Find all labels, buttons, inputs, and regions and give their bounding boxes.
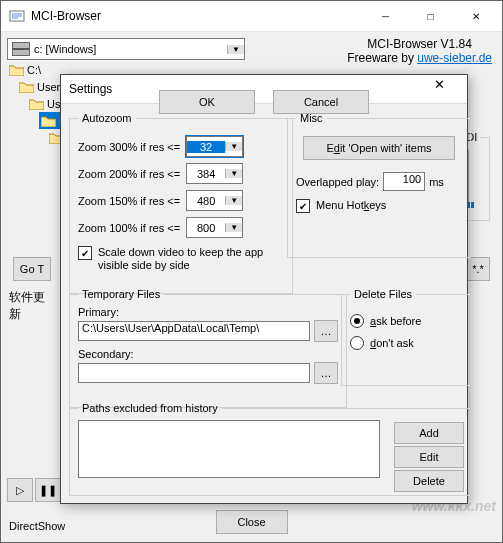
go-to-button[interactable]: Go T	[13, 257, 51, 281]
paths-edit-button[interactable]: Edit	[394, 446, 464, 468]
overlap-label: Overlapped play:	[296, 176, 379, 188]
browse-secondary-button[interactable]: …	[314, 362, 338, 384]
tree-item-root[interactable]: C:\	[27, 64, 41, 76]
scale-down-checkbox[interactable]: ✔Scale down video to keep the app visibl…	[78, 246, 284, 272]
main-titlebar: MCI-Browser ─ □ ✕	[1, 1, 502, 32]
delete-files-group: Delete Files ask before don't ask	[341, 288, 471, 386]
chevron-down-icon[interactable]: ▼	[225, 196, 242, 205]
dont-ask-radio[interactable]: don't ask	[350, 336, 462, 350]
zoom150-combo[interactable]: 480▼	[186, 190, 243, 211]
hotkeys-label: Menu Hotkeys	[316, 199, 386, 212]
primary-label: Primary:	[78, 306, 338, 318]
folder-icon	[29, 98, 44, 110]
app-info: MCI-Browser V1.84 Freeware by uwe-sieber…	[347, 37, 492, 65]
window-title: MCI-Browser	[31, 9, 363, 23]
chevron-down-icon[interactable]: ▼	[227, 45, 244, 54]
radio-icon	[350, 336, 364, 350]
zoom300-combo[interactable]: 32▼	[186, 136, 243, 157]
drive-label: c: [Windows]	[34, 43, 227, 55]
paths-legend: Paths excluded from history	[78, 402, 222, 414]
browse-primary-button[interactable]: …	[314, 320, 338, 342]
paths-delete-button[interactable]: Delete	[394, 470, 464, 492]
zoom300-label: Zoom 300% if res <=	[78, 141, 180, 153]
maximize-button[interactable]: □	[408, 2, 453, 30]
zoom150-label: Zoom 150% if res <=	[78, 195, 180, 207]
paths-add-button[interactable]: Add	[394, 422, 464, 444]
delete-legend: Delete Files	[350, 288, 416, 300]
main-close-button[interactable]: Close	[216, 510, 288, 534]
radio-icon	[350, 314, 364, 328]
zoom100-combo[interactable]: 800▼	[186, 217, 243, 238]
ask-before-radio[interactable]: ask before	[350, 314, 462, 328]
temp-legend: Temporary Files	[78, 288, 164, 300]
filter-button[interactable]: *.*	[466, 257, 490, 281]
ask-before-label: ask before	[370, 315, 421, 327]
misc-group: Misc Edit 'Open with' items Overlapped p…	[287, 112, 471, 258]
pause-button[interactable]: ❚❚	[35, 478, 61, 502]
zoom100-label: Zoom 100% if res <=	[78, 222, 180, 234]
freeware-label: Freeware by	[347, 51, 417, 65]
app-icon	[9, 8, 25, 24]
scale-down-label: Scale down video to keep the app visible…	[98, 246, 284, 272]
folder-icon	[19, 81, 34, 93]
settings-dialog: Settings ✕ Autozoom Zoom 300% if res <=3…	[60, 74, 468, 504]
edit-open-with-button[interactable]: Edit 'Open with' items	[303, 136, 455, 160]
secondary-input[interactable]	[78, 363, 310, 383]
chevron-down-icon[interactable]: ▼	[225, 223, 242, 232]
zoom200-combo[interactable]: 384▼	[186, 163, 243, 184]
ms-label: ms	[429, 176, 444, 188]
chevron-down-icon[interactable]: ▼	[225, 169, 242, 178]
chevron-down-icon[interactable]: ▼	[225, 142, 242, 151]
author-link[interactable]: uwe-sieber.de	[417, 51, 492, 65]
autozoom-group: Autozoom Zoom 300% if res <=32▼ Zoom 200…	[69, 112, 293, 294]
primary-input[interactable]: C:\Users\User\AppData\Local\Temp\	[78, 321, 310, 341]
drive-combo[interactable]: c: [Windows] ▼	[7, 38, 245, 60]
minimize-button[interactable]: ─	[363, 2, 408, 30]
cn-text: 软件更新	[9, 289, 49, 323]
renderer-label: DirectShow	[9, 520, 65, 532]
checkbox-icon: ✔	[78, 246, 92, 260]
drive-icon	[12, 42, 30, 56]
play-button[interactable]: ▷	[7, 478, 33, 502]
version-label: MCI-Browser V1.84	[347, 37, 492, 51]
dont-ask-label: don't ask	[370, 337, 414, 349]
cancel-button[interactable]: Cancel	[273, 90, 369, 114]
zoom200-label: Zoom 200% if res <=	[78, 168, 180, 180]
paths-listbox[interactable]	[78, 420, 380, 478]
temp-files-group: Temporary Files Primary: C:\Users\User\A…	[69, 288, 347, 408]
secondary-label: Secondary:	[78, 348, 338, 360]
close-button[interactable]: ✕	[453, 2, 498, 30]
hotkeys-checkbox[interactable]: ✔Menu Hotkeys	[296, 199, 462, 213]
paths-excluded-group: Paths excluded from history Add Edit Del…	[69, 402, 471, 496]
folder-icon	[41, 115, 56, 127]
checkbox-icon: ✔	[296, 199, 310, 213]
ok-button[interactable]: OK	[159, 90, 255, 114]
overlap-input[interactable]: 100	[383, 172, 425, 191]
folder-icon	[9, 64, 24, 76]
